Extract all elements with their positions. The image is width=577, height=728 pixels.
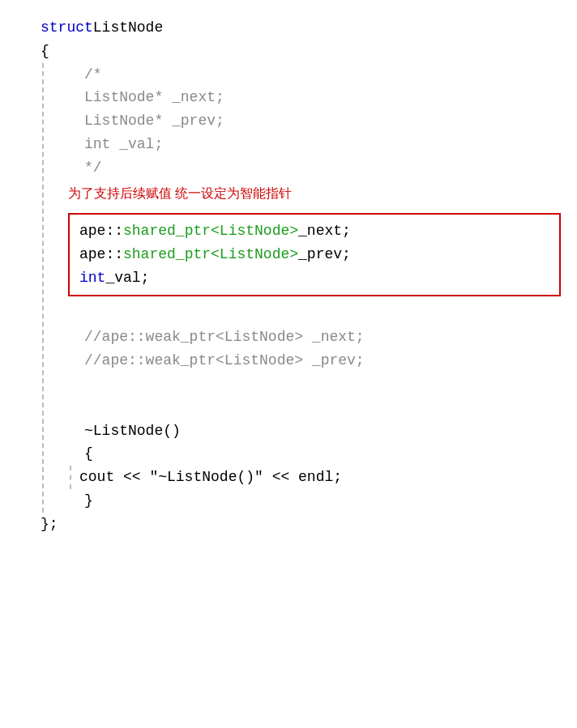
ape-prefix-1: ape::: [79, 219, 123, 243]
annotation-text: 为了支持后续赋值 统一设定为智能指针: [68, 183, 569, 204]
commented-prev: //ape::weak_ptr<ListNode> _prev;: [84, 349, 569, 373]
dest-close-brace: }: [84, 489, 93, 513]
destructor-open-brace: {: [84, 442, 569, 466]
open-brace-line: {: [41, 40, 569, 63]
cout-line: cout << "~ListNode()" << endl;: [79, 466, 569, 489]
val-suffix: _val;: [105, 266, 149, 290]
spacer-2: [52, 373, 569, 396]
struct-name: ListNode: [93, 16, 163, 40]
comment-prev: ListNode* _prev;: [84, 109, 569, 133]
destructor-body: cout << "~ListNode()" << endl;: [68, 466, 569, 489]
commented-prev-text: //ape::weak_ptr<ListNode> _prev;: [84, 349, 365, 373]
comment-val: int _val;: [84, 133, 569, 156]
destructor-text: ~ListNode(): [84, 419, 181, 443]
close-brace-semi: };: [41, 513, 58, 536]
dashed-border: [42, 63, 44, 513]
comment-open: /*: [84, 63, 569, 87]
struct-keyword: struct: [41, 16, 93, 40]
commented-next-text: //ape::weak_ptr<ListNode> _next;: [84, 326, 365, 349]
comment-next: ListNode* _next;: [84, 86, 569, 109]
comment-close: */: [84, 156, 569, 180]
code-container: struct ListNode { /* ListNode* _next; Li…: [16, 16, 569, 536]
dest-open-brace: {: [84, 442, 93, 466]
shared-ptr-2: shared_ptr<ListNode>: [123, 243, 298, 266]
struct-close: };: [41, 513, 569, 536]
struct-declaration: struct ListNode: [41, 16, 569, 40]
open-brace: {: [41, 40, 49, 63]
body-section: /* ListNode* _next; ListNode* _prev; int…: [41, 63, 569, 513]
spacer-1: [52, 303, 569, 326]
destructor-declaration: ~ListNode(): [84, 419, 569, 443]
comment-close-text: */: [84, 156, 102, 180]
comment-open-text: /*: [84, 63, 102, 87]
ape-prefix-2: ape::: [79, 243, 123, 266]
smart-ptr-next: ape::shared_ptr<ListNode> _next;: [79, 219, 549, 243]
shared-ptr-1: shared_ptr<ListNode>: [123, 219, 298, 243]
prev-suffix: _prev;: [298, 243, 351, 266]
commented-next: //ape::weak_ptr<ListNode> _next;: [84, 326, 569, 349]
int-val: int _val;: [79, 266, 549, 290]
highlighted-section: ape::shared_ptr<ListNode> _next; ape::sh…: [68, 206, 569, 302]
inner-dashed-border: [70, 466, 71, 489]
comment-val-text: int _val;: [84, 133, 163, 156]
int-keyword: int: [79, 266, 105, 290]
smart-ptr-prev: ape::shared_ptr<ListNode> _prev;: [79, 243, 549, 266]
highlight-box: ape::shared_ptr<ListNode> _next; ape::sh…: [68, 213, 561, 296]
next-suffix: _next;: [298, 219, 351, 243]
cout-text: cout << "~ListNode()" << endl;: [79, 466, 342, 489]
comment-next-text: ListNode* _next;: [84, 86, 224, 109]
spacer-3: [52, 396, 569, 419]
comment-prev-text: ListNode* _prev;: [84, 109, 224, 133]
destructor-close-brace: }: [84, 489, 569, 513]
